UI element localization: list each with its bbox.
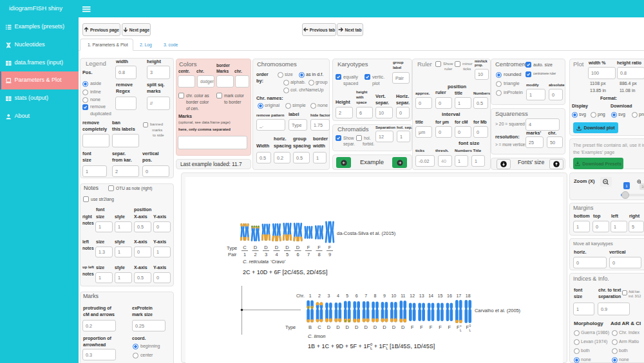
svg-text:F: F	[328, 245, 332, 250]
svg-text:2: 2	[318, 293, 321, 298]
svg-text:6: 6	[355, 293, 358, 298]
svg-text:Chr.: Chr.	[296, 293, 305, 298]
svg-text:D: D	[355, 324, 359, 330]
svg-text:5: 5	[286, 252, 289, 257]
svg-text:D: D	[346, 324, 350, 330]
svg-text:8: 8	[374, 293, 377, 298]
svg-text:Carvalho et al. (2005): Carvalho et al. (2005)	[475, 308, 520, 313]
svg-text:D: D	[264, 245, 268, 250]
svg-text:D: D	[364, 324, 368, 330]
svg-text:D: D	[275, 245, 279, 250]
svg-text:Type: Type	[285, 324, 296, 330]
svg-text:F: F	[420, 324, 423, 330]
svg-text:D: D	[327, 324, 331, 330]
svg-text:8: 8	[317, 252, 320, 257]
svg-text:Type: Type	[227, 245, 237, 251]
svg-text:4: 4	[337, 293, 339, 298]
svg-text:0: 0	[469, 324, 471, 328]
svg-text:L: L	[460, 329, 462, 332]
svg-text:1: 1	[309, 293, 312, 298]
svg-text:F: F	[448, 324, 451, 330]
svg-text:6: 6	[296, 252, 299, 257]
svg-text:Pair: Pair	[228, 252, 237, 257]
svg-text:D: D	[374, 324, 377, 330]
svg-text:18: 18	[466, 293, 471, 298]
svg-text:B: B	[308, 324, 312, 330]
svg-text:D: D	[285, 245, 289, 250]
svg-text:9: 9	[328, 252, 331, 257]
svg-text:C. reticulata: C. reticulata	[243, 259, 269, 265]
svg-text:F: F	[307, 245, 310, 250]
svg-text:17: 17	[456, 293, 461, 298]
svg-text:F: F	[317, 245, 321, 250]
svg-text:16: 16	[447, 293, 452, 298]
svg-text:13: 13	[419, 293, 424, 298]
svg-text:da-Costa-Silva et al. (2015): da-Costa-Silva et al. (2015)	[337, 230, 396, 236]
svg-text:7: 7	[307, 252, 310, 257]
svg-text:D: D	[336, 324, 340, 330]
svg-text:5: 5	[346, 293, 348, 298]
svg-text:C: C	[317, 324, 321, 330]
svg-text:D: D	[401, 324, 405, 330]
svg-text:15: 15	[438, 293, 443, 298]
svg-text:F: F	[430, 324, 433, 330]
svg-text:1B + 1C + 9D + 5F + 1F0L + 1F+: 1B + 1C + 9D + 5F + 1F0L + 1F+L [1B/45S,…	[308, 342, 435, 350]
svg-text:9: 9	[383, 293, 386, 298]
svg-text:7: 7	[365, 293, 367, 298]
svg-text:C. limon: C. limon	[308, 333, 326, 339]
svg-text:12: 12	[410, 293, 415, 298]
svg-text:11: 11	[401, 293, 405, 298]
svg-text:10: 10	[391, 293, 396, 298]
svg-text:D: D	[383, 324, 386, 330]
svg-text:14: 14	[428, 293, 433, 298]
svg-text:‘Cravo’: ‘Cravo’	[270, 259, 286, 265]
svg-text:3: 3	[327, 293, 330, 298]
svg-text:2C + 10D + 6F [2C/45S, 2D/45S]: 2C + 10D + 6F [2C/45S, 2D/45S]	[243, 269, 328, 275]
svg-text:D: D	[392, 324, 396, 330]
svg-text:C: C	[243, 245, 247, 250]
svg-text:4: 4	[275, 252, 278, 257]
svg-text:L: L	[469, 329, 471, 332]
svg-text:F: F	[439, 324, 442, 330]
svg-text:+: +	[460, 324, 462, 328]
svg-text:3: 3	[265, 252, 267, 257]
svg-text:2: 2	[254, 252, 256, 257]
svg-text:1: 1	[243, 252, 246, 257]
svg-text:F: F	[411, 324, 414, 330]
svg-text:D: D	[254, 245, 258, 250]
svg-text:D: D	[296, 245, 300, 250]
